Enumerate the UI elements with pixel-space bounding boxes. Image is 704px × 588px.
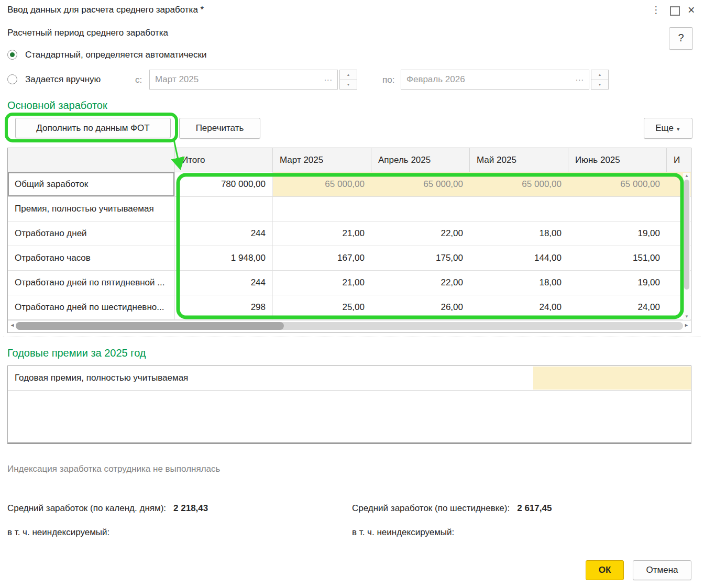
help-button[interactable]: ?: [669, 27, 693, 50]
table-row: Отработано часов 1 948,00 167,00 175,00 …: [8, 246, 691, 271]
period-from-field[interactable]: ...: [149, 70, 338, 90]
month-cell[interactable]: 65 000,00: [371, 172, 470, 196]
period-from-spinner[interactable]: ▲ ▼: [339, 70, 357, 90]
month-cell[interactable]: 18,00: [470, 221, 568, 246]
dropdown-arrow-icon: ▼: [676, 126, 681, 132]
scrollbar-thumb[interactable]: [684, 180, 689, 290]
total-cell[interactable]: 244: [175, 271, 273, 295]
earnings-table-header: Итого Март 2025 Апрель 2025 Май 2025 Июн…: [8, 148, 691, 172]
radio-dot: [10, 52, 15, 57]
spin-up-icon[interactable]: ▲: [339, 70, 357, 80]
annual-bonus-value-cell[interactable]: [533, 367, 691, 390]
header-empty[interactable]: [8, 148, 175, 172]
row-label-cell[interactable]: Отработано дней по шестидневно...: [8, 295, 175, 319]
window-title: Ввод данных для расчета среднего заработ…: [7, 5, 204, 15]
avg-calendar-value: 2 218,43: [173, 503, 208, 513]
section-splitter[interactable]: [3, 337, 701, 337]
spin-down-icon[interactable]: ▼: [339, 80, 357, 90]
scroll-right-icon[interactable]: ►: [684, 323, 689, 328]
period-section-label: Расчетный период среднего заработка: [7, 28, 168, 38]
from-label: с:: [135, 75, 142, 85]
table-row: Премия, полностью учитываемая: [8, 197, 691, 221]
month-cell[interactable]: 18,00: [470, 271, 568, 295]
total-cell[interactable]: 244: [175, 221, 273, 246]
period-to-spinner[interactable]: ▲ ▼: [591, 70, 609, 90]
earnings-table: Итого Март 2025 Апрель 2025 Май 2025 Июн…: [7, 148, 691, 333]
radio-manual-period[interactable]: [7, 74, 17, 84]
header-march[interactable]: Март 2025: [273, 148, 371, 172]
scrollbar-thumb[interactable]: [16, 322, 284, 330]
row-label-cell[interactable]: Общий заработок: [8, 172, 175, 196]
month-cell[interactable]: 22,00: [371, 221, 470, 246]
total-cell[interactable]: 1 948,00: [175, 246, 273, 270]
month-cell[interactable]: 26,00: [371, 295, 470, 319]
month-cell[interactable]: 21,00: [273, 221, 371, 246]
row-label-cell[interactable]: Премия, полностью учитываемая: [8, 197, 175, 221]
radio-standard-label[interactable]: Стандартный, определяется автоматически: [25, 50, 207, 60]
annual-bonus-heading: Годовые премии за 2025 год: [7, 347, 146, 359]
radio-manual-label[interactable]: Задается вручную: [25, 74, 101, 85]
month-cell[interactable]: [470, 197, 568, 221]
from-picker-ellipsis-icon[interactable]: ...: [322, 73, 337, 86]
reread-button[interactable]: Перечитать: [179, 118, 260, 139]
ok-button[interactable]: ОК: [586, 560, 624, 580]
table-row: Годовая премия, полностью учитываемая: [8, 366, 691, 391]
scroll-down-icon[interactable]: ▼: [683, 314, 690, 320]
spin-down-icon[interactable]: ▼: [591, 80, 609, 90]
month-cell[interactable]: 24,00: [470, 295, 568, 319]
month-cell[interactable]: [273, 197, 371, 221]
month-cell[interactable]: 22,00: [371, 271, 470, 295]
header-june[interactable]: Июнь 2025: [568, 148, 667, 172]
window-menu-icon[interactable]: ⋮: [651, 4, 661, 16]
total-cell[interactable]: 780 000,00: [175, 172, 273, 196]
month-cell[interactable]: 167,00: [273, 246, 371, 270]
month-cell[interactable]: 19,00: [568, 221, 667, 246]
cancel-button[interactable]: Отмена: [633, 560, 691, 580]
vertical-scrollbar[interactable]: ▲ ▼: [683, 173, 690, 320]
annual-bonus-table: Годовая премия, полностью учитываемая: [7, 365, 691, 444]
row-label-cell[interactable]: Отработано часов: [8, 246, 175, 270]
month-cell[interactable]: 65 000,00: [568, 172, 667, 196]
period-to-input[interactable]: [401, 74, 574, 85]
month-cell[interactable]: 24,00: [568, 295, 667, 319]
month-cell[interactable]: [371, 197, 470, 221]
row-label-cell[interactable]: Отработано дней: [8, 221, 175, 246]
main-earnings-heading: Основной заработок: [7, 99, 107, 112]
close-icon[interactable]: ×: [688, 3, 695, 17]
month-cell[interactable]: 25,00: [273, 295, 371, 319]
month-cell[interactable]: 21,00: [273, 271, 371, 295]
avg-sixday-value: 2 617,45: [517, 503, 552, 513]
scroll-left-icon[interactable]: ◄: [10, 323, 15, 328]
header-april[interactable]: Апрель 2025: [371, 148, 470, 172]
month-cell[interactable]: 175,00: [371, 246, 470, 270]
more-button[interactable]: Еще▼: [644, 118, 692, 139]
to-label: по:: [382, 75, 394, 85]
horizontal-scrollbar[interactable]: ◄ ►: [8, 320, 691, 332]
more-button-label: Еще: [655, 123, 674, 133]
header-may[interactable]: Май 2025: [470, 148, 568, 172]
month-cell[interactable]: 151,00: [568, 246, 667, 270]
spin-up-icon[interactable]: ▲: [591, 70, 609, 80]
header-total[interactable]: Итого: [175, 148, 273, 172]
row-label-cell[interactable]: Отработано дней по пятидневной ...: [8, 271, 175, 295]
period-to-field[interactable]: ...: [401, 70, 589, 90]
radio-standard-period[interactable]: [7, 50, 17, 60]
indexation-note: Индексация заработка сотрудника не выпол…: [7, 464, 220, 474]
header-cutoff[interactable]: И: [667, 148, 691, 172]
period-from-input[interactable]: [150, 74, 322, 85]
month-cell[interactable]: 65 000,00: [470, 172, 568, 196]
scroll-up-icon[interactable]: ▲: [683, 173, 690, 179]
total-cell[interactable]: [175, 197, 273, 221]
fill-by-fot-button[interactable]: Дополнить по данным ФОТ: [15, 118, 171, 138]
month-cell[interactable]: 19,00: [568, 271, 667, 295]
month-cell[interactable]: [568, 197, 667, 221]
table-row: Отработано дней по пятидневной ... 244 2…: [8, 271, 691, 295]
total-cell[interactable]: 298: [175, 295, 273, 319]
month-cell[interactable]: 144,00: [470, 246, 568, 270]
non-indexed-label-left: в т. ч. неиндексируемый:: [7, 527, 109, 538]
table-row: Общий заработок 780 000,00 65 000,00 65 …: [8, 172, 691, 197]
maximize-icon[interactable]: [670, 6, 680, 16]
non-indexed-label-right: в т. ч. неиндексируемый:: [352, 527, 454, 538]
to-picker-ellipsis-icon[interactable]: ...: [574, 73, 589, 86]
month-cell[interactable]: 65 000,00: [273, 172, 371, 196]
